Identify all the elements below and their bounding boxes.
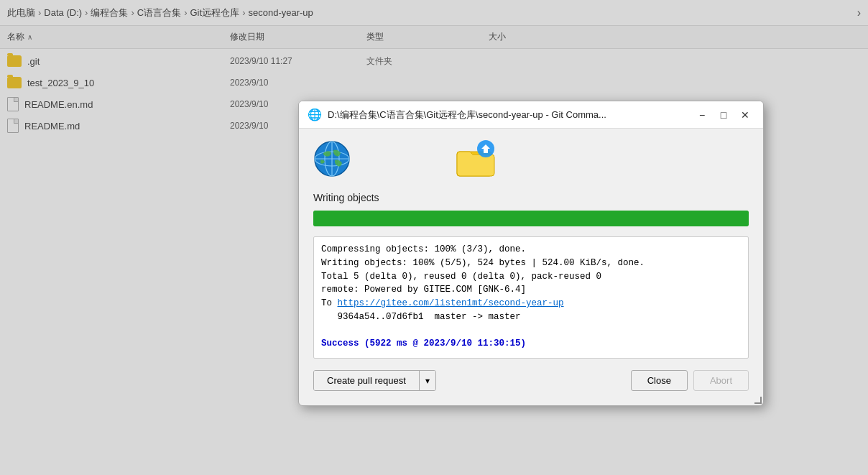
git-dialog: 🌐 D:\编程合集\C语言合集\Git远程仓库\second-year-up -… (298, 101, 764, 406)
log-success-line: Success (5922 ms @ 2023/9/10 11:30:15) (321, 337, 741, 351)
log-line: Writing objects: 100% (5/5), 524 bytes |… (321, 257, 741, 270)
log-line: 9364a54..07d6fb1 master -> master (321, 310, 741, 324)
dialog-footer: Create pull request ▾ Close Abort (313, 370, 749, 394)
log-line-empty (321, 324, 741, 338)
title-bar-controls: − □ ✕ (693, 107, 754, 123)
dialog-body: Writing objects Compressing objects: 100… (299, 129, 763, 405)
maximize-button[interactable]: □ (714, 107, 733, 123)
repo-link[interactable]: https://gitee.com/listen1mt/second-year-… (338, 298, 564, 308)
log-output[interactable]: Compressing objects: 100% (3/3), done.Wr… (313, 236, 749, 359)
create-pull-request-group: Create pull request ▾ (313, 370, 436, 391)
close-window-button[interactable]: ✕ (736, 107, 754, 123)
icons-area (313, 140, 749, 180)
create-pull-request-dropdown[interactable]: ▾ (420, 371, 435, 390)
log-line: Compressing objects: 100% (3/3), done. (321, 243, 741, 257)
log-line-link: To https://gitee.com/listen1mt/second-ye… (321, 297, 741, 310)
progress-bar-fill (313, 211, 749, 226)
progress-bar-container (313, 211, 749, 226)
close-button[interactable]: Close (631, 370, 688, 391)
dialog-app-icon: 🌐 (308, 108, 322, 122)
abort-button: Abort (693, 370, 749, 391)
log-line: Total 5 (delta 0), reused 0 (delta 0), p… (321, 270, 741, 284)
dialog-title-bar: 🌐 D:\编程合集\C语言合集\Git远程仓库\second-year-up -… (299, 101, 763, 129)
status-label: Writing objects (313, 192, 749, 203)
globe-icon (313, 140, 354, 180)
folder-push-icon (454, 140, 497, 180)
create-pull-request-button[interactable]: Create pull request (314, 371, 420, 390)
minimize-button[interactable]: − (693, 107, 711, 123)
log-line: remote: Powered by GITEE.COM [GNK-6.4] (321, 283, 741, 297)
resize-handle[interactable] (754, 397, 763, 405)
dialog-title: D:\编程合集\C语言合集\Git远程仓库\second-year-up - G… (328, 109, 693, 121)
